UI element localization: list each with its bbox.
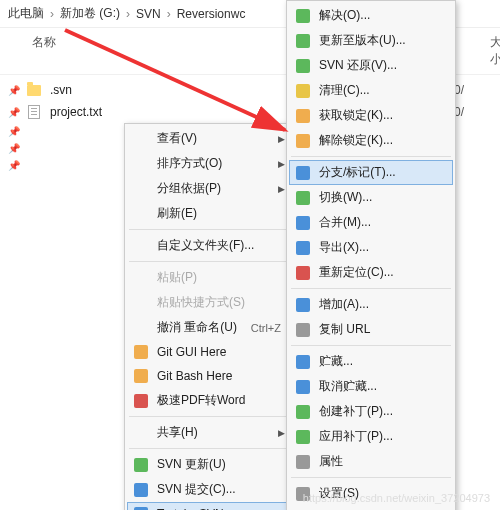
pin-icon: 📌 — [8, 160, 18, 171]
svn-update-icon — [133, 457, 149, 473]
menu-release-lock[interactable]: 解除锁定(K)... — [289, 128, 453, 153]
lock-icon — [295, 108, 311, 124]
folder-icon — [26, 82, 42, 98]
crumb-folder-current[interactable]: Reversionwc — [177, 7, 246, 21]
menu-export[interactable]: 导出(X)... — [289, 235, 453, 260]
pin-icon: 📌 — [8, 107, 18, 118]
header-name[interactable]: 名称 — [10, 34, 290, 68]
separator — [129, 448, 289, 449]
menu-paste-shortcut: 粘贴快捷方式(S) — [127, 290, 291, 315]
menu-props[interactable]: 属性 — [289, 449, 453, 474]
text-file-icon — [26, 104, 42, 120]
switch-icon — [295, 190, 311, 206]
menu-create-patch[interactable]: 创建补丁(P)... — [289, 399, 453, 424]
menu-pdf-word[interactable]: 极速PDF转Word — [127, 388, 291, 413]
add-icon — [295, 297, 311, 313]
context-menu-tortoisesvn: 解决(O)... 更新至版本(U)... SVN 还原(V)... 清理(C).… — [286, 0, 456, 510]
menu-svn-commit[interactable]: SVN 提交(C)... — [127, 477, 291, 502]
menu-git-bash[interactable]: Git Bash Here — [127, 364, 291, 388]
menu-update-to-rev[interactable]: 更新至版本(U)... — [289, 28, 453, 53]
menu-shelve[interactable]: 贮藏... — [289, 349, 453, 374]
pin-icon: 📌 — [8, 143, 18, 154]
menu-share[interactable]: 共享(H)▶ — [127, 420, 291, 445]
svn-commit-icon — [133, 482, 149, 498]
apply-patch-icon — [295, 429, 311, 445]
relocate-icon — [295, 265, 311, 281]
revert-icon — [295, 58, 311, 74]
export-icon — [295, 240, 311, 256]
update-rev-icon — [295, 33, 311, 49]
menu-add[interactable]: 增加(A)... — [289, 292, 453, 317]
merge-icon — [295, 215, 311, 231]
copy-icon — [295, 322, 311, 338]
cleanup-icon — [295, 83, 311, 99]
git-icon — [133, 344, 149, 360]
separator — [129, 229, 289, 230]
menu-svn-update[interactable]: SVN 更新(U) — [127, 452, 291, 477]
pin-icon: 📌 — [8, 85, 18, 96]
menu-sort[interactable]: 排序方式(O)▶ — [127, 151, 291, 176]
chevron-right-icon: › — [50, 7, 54, 21]
branch-icon — [295, 165, 311, 181]
menu-unshelve[interactable]: 取消贮藏... — [289, 374, 453, 399]
menu-cleanup[interactable]: 清理(C)... — [289, 78, 453, 103]
chevron-right-icon: ▶ — [278, 159, 285, 169]
chevron-right-icon: ▶ — [278, 428, 285, 438]
separator — [129, 261, 289, 262]
crumb-folder-svn[interactable]: SVN — [136, 7, 161, 21]
chevron-right-icon: ▶ — [278, 134, 285, 144]
separator — [291, 288, 451, 289]
menu-resolve[interactable]: 解决(O)... — [289, 3, 453, 28]
crumb-this-pc[interactable]: 此电脑 — [8, 5, 44, 22]
menu-customize[interactable]: 自定义文件夹(F)... — [127, 233, 291, 258]
menu-merge[interactable]: 合并(M)... — [289, 210, 453, 235]
menu-relocate[interactable]: 重新定位(C)... — [289, 260, 453, 285]
menu-svn-revert[interactable]: SVN 还原(V)... — [289, 53, 453, 78]
properties-icon — [295, 454, 311, 470]
unlock-icon — [295, 133, 311, 149]
pdf-icon — [133, 393, 149, 409]
create-patch-icon — [295, 404, 311, 420]
pin-icon: 📌 — [8, 126, 18, 137]
resolve-icon — [295, 8, 311, 24]
separator — [129, 416, 289, 417]
menu-git-gui[interactable]: Git GUI Here — [127, 340, 291, 364]
menu-group[interactable]: 分组依据(P)▶ — [127, 176, 291, 201]
chevron-right-icon: ▶ — [278, 184, 285, 194]
separator — [291, 345, 451, 346]
watermark: https://blog.csdn.net/weixin_37204973 — [303, 492, 490, 504]
menu-refresh[interactable]: 刷新(E) — [127, 201, 291, 226]
menu-help[interactable]: 帮助(H) — [289, 506, 453, 510]
chevron-right-icon: › — [126, 7, 130, 21]
menu-get-lock[interactable]: 获取锁定(K)... — [289, 103, 453, 128]
shelve-icon — [295, 354, 311, 370]
menu-copy-url[interactable]: 复制 URL — [289, 317, 453, 342]
menu-undo[interactable]: 撤消 重命名(U)Ctrl+Z — [127, 315, 291, 340]
crumb-drive[interactable]: 新加卷 (G:) — [60, 5, 120, 22]
separator — [291, 156, 451, 157]
menu-branch-tag[interactable]: 分支/标记(T)... — [289, 160, 453, 185]
menu-paste: 粘贴(P) — [127, 265, 291, 290]
menu-tortoisesvn[interactable]: TortoiseSVN▶ — [127, 502, 291, 510]
tortoise-icon — [133, 506, 149, 510]
chevron-right-icon: › — [167, 7, 171, 21]
menu-view[interactable]: 查看(V)▶ — [127, 126, 291, 151]
menu-switch[interactable]: 切换(W)... — [289, 185, 453, 210]
context-menu-main: 查看(V)▶ 排序方式(O)▶ 分组依据(P)▶ 刷新(E) 自定义文件夹(F)… — [124, 123, 294, 510]
git-icon — [133, 368, 149, 384]
menu-apply-patch[interactable]: 应用补丁(P)... — [289, 424, 453, 449]
unshelve-icon — [295, 379, 311, 395]
separator — [291, 477, 451, 478]
